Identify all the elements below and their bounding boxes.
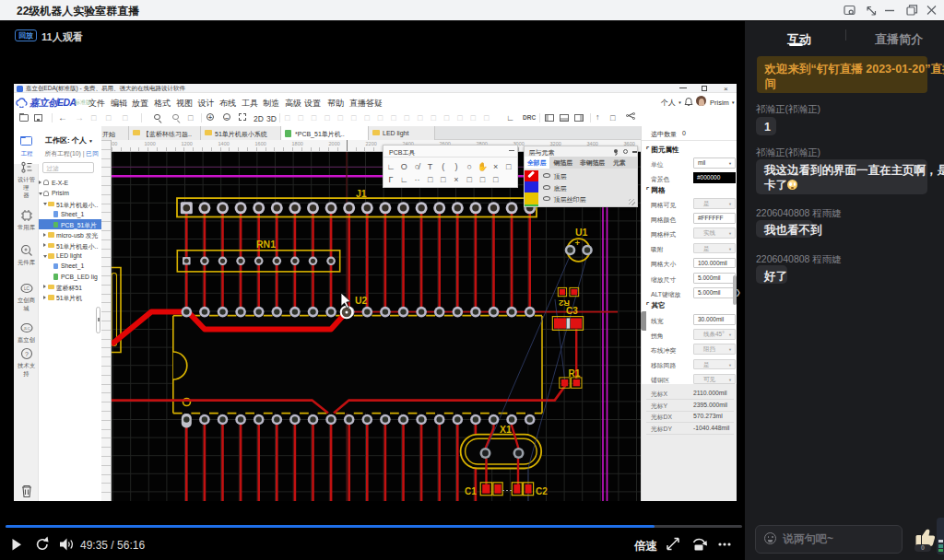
svg-text:LC: LC [24, 286, 30, 291]
svg-text:RN1: RN1 [256, 239, 276, 250]
svg-text:U1: U1 [575, 227, 588, 238]
svg-text:C3: C3 [566, 306, 578, 316]
svg-text:JLC: JLC [23, 326, 30, 331]
svg-text:C1: C1 [465, 486, 477, 496]
svg-text:J1: J1 [356, 188, 367, 199]
svg-text:?: ? [25, 351, 29, 357]
svg-text:U2: U2 [355, 295, 368, 306]
svg-text:R1: R1 [569, 368, 581, 379]
svg-text:X1: X1 [500, 424, 512, 435]
svg-text:+: + [575, 238, 581, 248]
svg-text:C2: C2 [536, 486, 548, 496]
